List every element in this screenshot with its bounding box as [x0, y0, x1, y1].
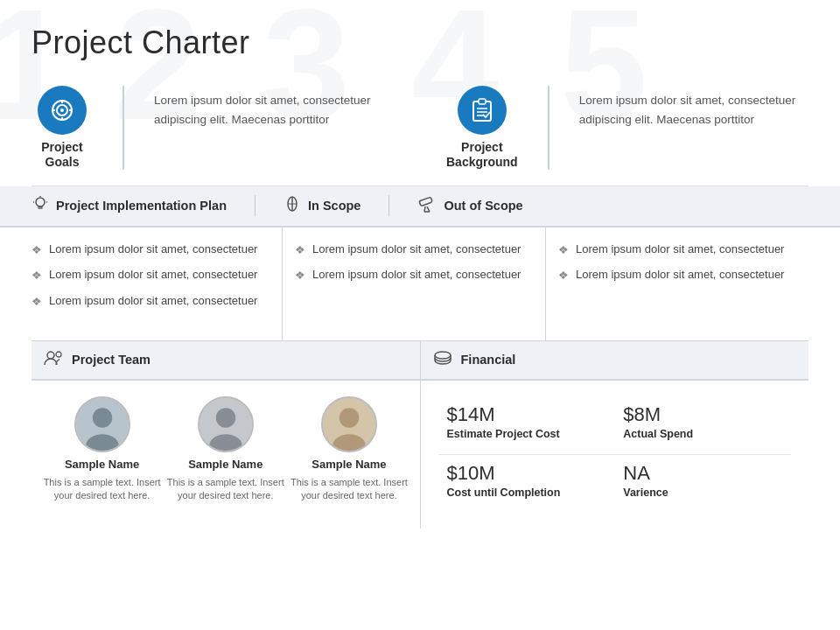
project-goals-icon [38, 86, 87, 135]
three-col-section: ❖ Lorem ipsum dolor sit amet, consectetu… [32, 228, 808, 341]
member-name: Sample Name [312, 458, 386, 471]
project-goals-icon-wrap: ProjectGoals [32, 86, 93, 170]
fin-label: Actual Spend [623, 428, 782, 440]
team-member: Sample Name This is a sample text. Inser… [287, 396, 410, 503]
bar-divider-1 [255, 195, 256, 216]
bullet-icon: ❖ [32, 242, 42, 259]
scope-icon [284, 195, 301, 217]
svg-point-29 [216, 408, 236, 428]
section-out-of-scope: Out of Scope [417, 195, 522, 217]
bullet-text: Lorem ipsum dolor sit amet, consectetuer [312, 267, 521, 284]
bullet-icon: ❖ [558, 268, 569, 284]
section-bar: Project Implementation Plan In Scope [0, 186, 840, 228]
bullet-text: Lorem ipsum dolor sit amet, consectetuer [49, 242, 257, 258]
avatar [198, 396, 254, 452]
main-content: Project Charter [0, 0, 840, 528]
financial-grid: $14M Estimate Project Cost $8M Actual Sp… [421, 381, 809, 528]
fin-label: Varience [623, 486, 782, 499]
team-members-list: Sample Name This is a sample text. Inser… [32, 381, 420, 512]
bullet-text: Lorem ipsum dolor sit amet, consectetuer [576, 242, 784, 258]
list-item: ❖ Lorem ipsum dolor sit amet, consectetu… [295, 242, 533, 259]
bullet-text: Lorem ipsum dolor sit amet, consectetuer [49, 293, 257, 310]
in-scope-col: ❖ Lorem ipsum dolor sit amet, consectetu… [283, 228, 546, 340]
svg-rect-8 [479, 99, 486, 104]
team-icon [44, 350, 63, 370]
financial-cell: NA Varience [614, 455, 791, 513]
list-item: ❖ Lorem ipsum dolor sit amet, consectetu… [558, 242, 796, 259]
bullet-icon: ❖ [558, 242, 569, 259]
member-name: Sample Name [188, 458, 262, 471]
bullet-text: Lorem ipsum dolor sit amet, consectetuer [312, 242, 521, 258]
financial-label: Financial [461, 353, 516, 367]
project-goals-block: ProjectGoals Lorem ipsum dolor sit amet,… [32, 86, 394, 170]
member-desc: This is a sample text. Insert your desir… [287, 476, 410, 503]
svg-point-24 [56, 352, 61, 357]
project-goals-text: Lorem ipsum dolor sit amet, consectetuer… [154, 86, 394, 129]
section-implementation: Project Implementation Plan [32, 195, 227, 217]
implementation-label: Project Implementation Plan [56, 199, 227, 213]
bullet-text: Lorem ipsum dolor sit amet, consectetuer [49, 267, 257, 284]
fin-label: Estimate Project Cost [447, 428, 606, 440]
bottom-section: Project Team Sample Name This [32, 341, 808, 528]
svg-line-21 [424, 206, 425, 212]
list-item: ❖ Lorem ipsum dolor sit amet, consectetu… [32, 242, 270, 259]
project-background-label: ProjectBackground [446, 140, 518, 170]
implementation-col: ❖ Lorem ipsum dolor sit amet, consectetu… [32, 228, 283, 340]
avatar [321, 396, 377, 452]
financial-panel: Financial $14M Estimate Project Cost $8M… [421, 341, 809, 528]
team-panel-header: Project Team [32, 341, 420, 381]
fin-amount: $14M [447, 403, 606, 426]
bullet-icon: ❖ [295, 268, 305, 284]
svg-point-12 [36, 198, 45, 206]
telescope-icon [417, 195, 437, 217]
project-background-icon [458, 86, 507, 135]
bar-divider-2 [388, 195, 389, 216]
member-desc: This is a sample text. Insert your desir… [40, 476, 164, 503]
financial-cell: $10M Cost until Completion [438, 455, 615, 513]
project-background-block: ProjectBackground Lorem ipsum dolor sit … [446, 86, 808, 170]
bullet-icon: ❖ [295, 242, 305, 259]
financial-cell: $8M Actual Spend [614, 396, 791, 455]
team-panel: Project Team Sample Name This [32, 341, 421, 528]
page-title: Project Charter [32, 24, 808, 61]
team-member: Sample Name This is a sample text. Inser… [40, 396, 164, 503]
fin-amount: $8M [623, 403, 782, 426]
fin-amount: $10M [447, 462, 606, 485]
svg-point-23 [47, 352, 54, 359]
team-label: Project Team [72, 353, 150, 367]
project-background-text: Lorem ipsum dolor sit amet, consectetuer… [579, 86, 808, 129]
project-goals-label: ProjectGoals [41, 140, 82, 170]
goals-divider [122, 86, 124, 170]
list-item: ❖ Lorem ipsum dolor sit amet, consectetu… [295, 267, 533, 284]
member-desc: This is a sample text. Insert your desir… [164, 476, 287, 503]
svg-point-26 [92, 408, 112, 428]
financial-cell: $14M Estimate Project Cost [438, 396, 615, 455]
bullet-icon: ❖ [32, 268, 42, 284]
list-item: ❖ Lorem ipsum dolor sit amet, consectetu… [558, 267, 796, 284]
member-name: Sample Name [65, 458, 139, 471]
avatar [74, 396, 130, 452]
section-in-scope: In Scope [284, 195, 360, 217]
fin-label: Cost until Completion [447, 486, 606, 499]
bullet-text: Lorem ipsum dolor sit amet, consectetuer [576, 267, 784, 284]
top-section: ProjectGoals Lorem ipsum dolor sit amet,… [32, 86, 808, 186]
out-of-scope-label: Out of Scope [444, 199, 522, 213]
financial-icon [433, 350, 452, 370]
background-divider [548, 86, 550, 170]
in-scope-label: In Scope [308, 199, 360, 213]
bullet-icon: ❖ [32, 294, 42, 311]
out-of-scope-col: ❖ Lorem ipsum dolor sit amet, consectetu… [546, 228, 808, 340]
svg-line-20 [427, 206, 430, 212]
fin-amount: NA [623, 462, 782, 485]
financial-panel-header: Financial [421, 341, 809, 381]
svg-point-32 [340, 408, 360, 428]
list-item: ❖ Lorem ipsum dolor sit amet, consectetu… [32, 293, 270, 311]
project-background-icon-wrap: ProjectBackground [446, 86, 518, 170]
svg-rect-19 [419, 197, 432, 206]
team-member: Sample Name This is a sample text. Inser… [164, 396, 287, 503]
page: 1 2 3 4 5 Project Charter [0, 0, 840, 630]
list-item: ❖ Lorem ipsum dolor sit amet, consectetu… [32, 267, 270, 284]
svg-point-2 [60, 108, 64, 112]
svg-point-34 [435, 352, 451, 359]
lightbulb-icon [32, 195, 49, 217]
